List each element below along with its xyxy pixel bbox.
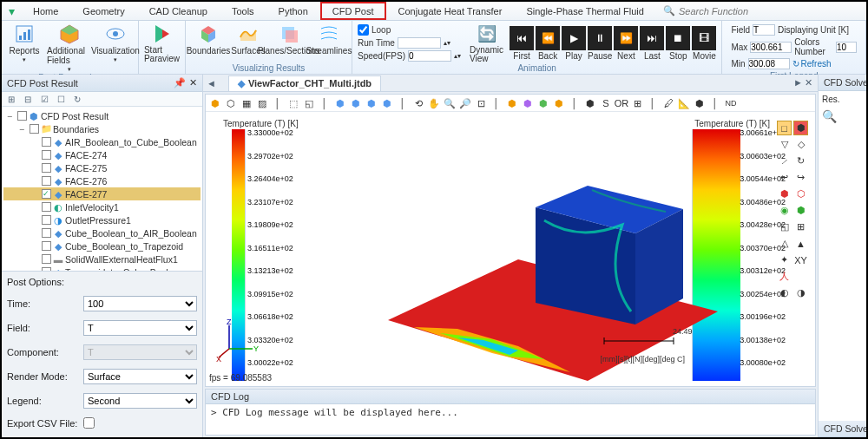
tree-node[interactable]: −⬢CFD Post Result (3, 109, 201, 122)
vp-tool-icon[interactable]: 📐 (677, 96, 691, 110)
side-tool-icon[interactable]: ⬢ (777, 187, 792, 201)
side-tool-icon[interactable]: ◑ (793, 285, 808, 300)
tree-node[interactable]: ◆FACE-275 (3, 161, 201, 174)
speed-input[interactable] (408, 50, 451, 62)
search-box[interactable]: 🔍 (663, 5, 866, 16)
side-tool-icon[interactable]: ⊞ (793, 220, 808, 234)
boundaries-button[interactable]: Boundaries (191, 23, 226, 56)
result-tree[interactable]: −⬢CFD Post Result−📁Boundaries◆AIR_Boolea… (2, 107, 202, 272)
tab-cad-cleanup[interactable]: CAD Cleanup (137, 2, 220, 20)
start-paraview-button[interactable]: Start Paraview (144, 23, 180, 63)
vp-tool-icon[interactable]: ⬡ (224, 96, 238, 110)
tab-prev-icon[interactable]: ◄ (207, 78, 216, 88)
vp-tool-icon[interactable]: │ (646, 96, 660, 110)
vp-tool-icon[interactable]: ⬢ (505, 96, 519, 110)
tree-node[interactable]: −📁Boundaries (3, 122, 201, 135)
vp-tool-icon[interactable]: ⬢ (521, 96, 535, 110)
tab-sptf[interactable]: Single-Phase Thermal Fluid (514, 2, 656, 20)
vp-tool-icon[interactable]: │ (568, 96, 582, 110)
tree-node[interactable]: ▬SolidWallExternalHeatFlux1 (3, 252, 201, 265)
vp-tool-icon[interactable]: ⬢ (365, 96, 378, 110)
tree-node[interactable]: ◐InletVelocity1 (3, 200, 201, 213)
right-title-2[interactable]: CFD Solve (819, 421, 866, 437)
vp-tool-icon[interactable]: │ (318, 96, 332, 110)
post-option-select[interactable]: Surface (83, 369, 197, 384)
tab-close-icon[interactable]: ✕ (805, 77, 812, 88)
tab-cfd-post[interactable]: CFD Post (320, 2, 386, 20)
vp-tool-icon[interactable]: │ (271, 96, 285, 110)
side-tool-icon[interactable]: △ (777, 236, 792, 251)
export-csv-checkbox[interactable] (83, 417, 95, 429)
tab-cht[interactable]: Conjugate Heat Transfer (386, 2, 515, 20)
post-option-select[interactable]: T (83, 344, 197, 360)
vp-tool-icon[interactable]: ⬢ (349, 96, 363, 110)
tab-home[interactable]: Home (21, 2, 70, 20)
close-icon[interactable]: ✕ (189, 77, 197, 88)
post-option-select[interactable]: 100 (83, 296, 197, 311)
vp-tool-icon[interactable]: 🔍 (443, 96, 457, 110)
stop-button[interactable]: ⏹ (666, 26, 690, 50)
vp-tool-icon[interactable]: │ (396, 96, 410, 110)
runtime-input[interactable] (398, 37, 441, 49)
side-tool-icon[interactable]: ◇ (793, 137, 808, 152)
tree-expand-icon[interactable]: ⊞ (4, 92, 18, 106)
tab-geometry[interactable]: Geometry (70, 2, 136, 20)
vp-tool-icon[interactable]: ND (724, 96, 738, 110)
field-input[interactable] (753, 24, 775, 36)
vp-tool-icon[interactable]: ◱ (302, 96, 316, 110)
dynamic-view-button[interactable]: 🔄Dynamic View (470, 23, 504, 63)
tree-node[interactable]: ◆FACE-277 (3, 187, 201, 200)
side-tool-icon[interactable]: ↩ (777, 170, 792, 185)
side-tool-icon[interactable]: XY (793, 252, 808, 267)
pause-button[interactable]: ⏸ (588, 26, 612, 50)
side-tool-icon[interactable]: ▽ (777, 137, 792, 152)
additional-fields-button[interactable]: Additional Fields▾ (47, 23, 93, 73)
movie-button[interactable]: 🎞 (692, 26, 716, 50)
document-tab[interactable]: ◆ViewFactor_CHT_Multi.jtdb (228, 75, 381, 91)
visualization-button[interactable]: Visualization▾ (98, 23, 133, 63)
vp-tool-icon[interactable]: OR (615, 96, 628, 110)
side-tool-icon[interactable]: □ (777, 121, 792, 135)
min-input[interactable] (748, 58, 790, 69)
search-input[interactable] (679, 6, 835, 16)
tab-python[interactable]: Python (266, 2, 320, 20)
last-button[interactable]: ⏭ (640, 26, 664, 50)
side-tool-icon[interactable]: ◱ (777, 220, 792, 234)
vp-tool-icon[interactable]: ⊡ (474, 96, 488, 110)
tree-node[interactable]: ◆FACE-276 (3, 174, 201, 187)
right-title-1[interactable]: CFD Solver (819, 75, 866, 91)
side-tool-icon[interactable]: ⬢ (793, 203, 808, 218)
side-tool-icon[interactable]: ⬡ (793, 187, 808, 201)
planes-sections-button[interactable]: Planes/Sections (271, 23, 306, 56)
vp-tool-icon[interactable]: ▨ (255, 96, 269, 110)
viewport-3d[interactable]: ⬢⬡▦▨│ ⬚◱│ ⬢⬢⬢⬢│ ⟲✋🔍🔎⊡│ ⬢⬢⬢⬢│ ⬢SOR⊞│ 🖊📐⬢│… (205, 94, 816, 387)
tree-node[interactable]: ◆FACE-274 (3, 148, 201, 161)
tree-node[interactable]: ◆AIR_Boolean_to_Cube_Boolean (3, 135, 201, 148)
tree-collapse-icon[interactable]: ⊟ (21, 92, 35, 106)
vp-tool-icon[interactable]: ✋ (427, 96, 441, 110)
tab-next-icon[interactable]: ► (793, 77, 803, 88)
side-tool-icon[interactable]: ↻ (793, 154, 808, 168)
pin-icon[interactable]: 📌 (174, 77, 186, 88)
side-tool-icon[interactable]: ↪ (793, 170, 808, 185)
vp-tool-icon[interactable]: ⬢ (552, 96, 566, 110)
tree-refresh-icon[interactable]: ↻ (70, 92, 84, 106)
side-tool-icon[interactable]: 人 (777, 269, 792, 284)
vp-tool-icon[interactable]: ⬚ (286, 96, 300, 110)
tree-uncheck-icon[interactable]: ☐ (54, 92, 68, 106)
vp-tool-icon[interactable]: 🖊 (661, 96, 675, 110)
refresh-button[interactable]: ↻ Refresh (792, 59, 832, 69)
play-button[interactable]: ▶ (562, 26, 586, 50)
vp-tool-icon[interactable]: ⬢ (208, 96, 222, 110)
tree-node[interactable]: ◆Trapezoid_to_Cube_Boolean (3, 265, 201, 272)
vp-tool-icon[interactable]: │ (490, 96, 503, 110)
vp-tool-icon[interactable]: ⬢ (583, 96, 597, 110)
vp-tool-icon[interactable]: ⟲ (411, 96, 425, 110)
vp-tool-icon[interactable]: ⬢ (380, 96, 394, 110)
reports-button[interactable]: Reports▾ (7, 23, 42, 63)
side-tool-icon[interactable]: ⟋ (777, 154, 792, 168)
side-tool-icon[interactable]: ⬢ (793, 121, 808, 135)
back-button[interactable]: ⏪ (536, 26, 560, 50)
side-tool-icon[interactable]: ◉ (777, 203, 792, 218)
vp-tool-icon[interactable]: 🔎 (458, 96, 472, 110)
